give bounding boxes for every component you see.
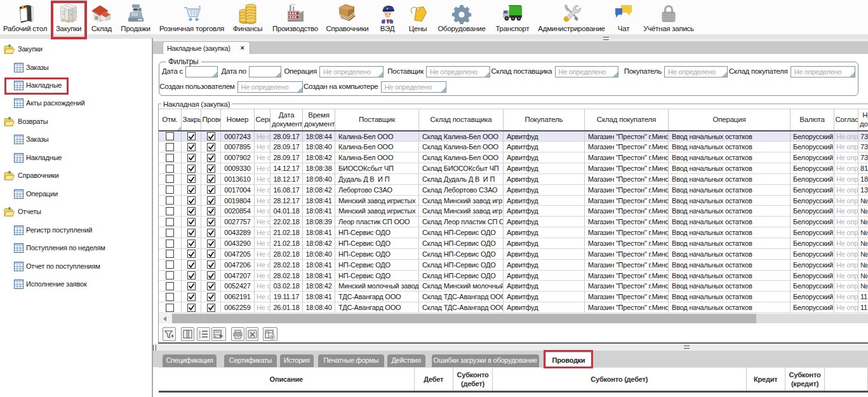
svg-text:3: 3 [199,335,201,339]
